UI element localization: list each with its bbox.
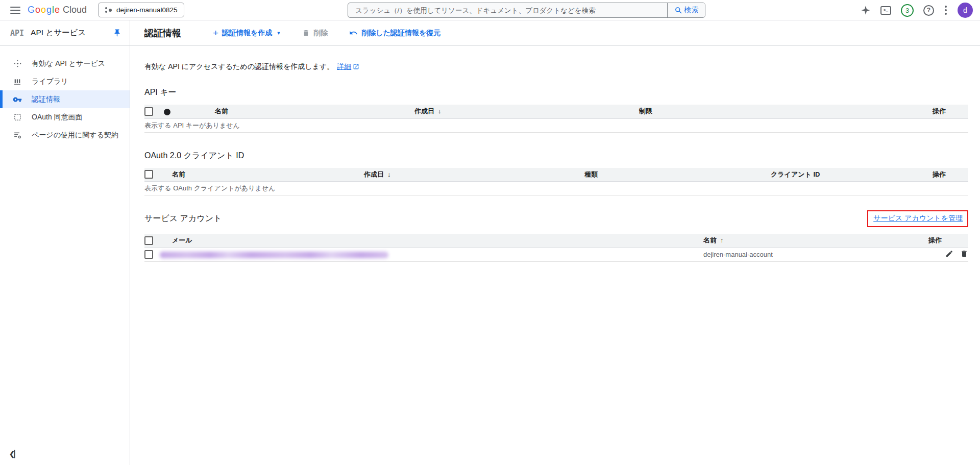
select-all-checkbox[interactable] [144,236,153,245]
sort-desc-icon: ↓ [387,170,391,178]
sidebar-item-oauth-consent[interactable]: OAuth 同意画面 [0,108,130,126]
edit-pencil-icon[interactable] [945,250,953,259]
column-header-actions: 操作 [933,105,968,118]
project-icon [105,7,112,13]
sidebar-header: API API とサービス [0,20,130,45]
project-name: dejiren-manual0825 [116,6,177,14]
logo-letter: G [28,5,35,15]
sidebar-item-enabled-apis[interactable]: 有効な API とサービス [0,55,130,72]
collapse-sidebar-icon[interactable]: ❮▏ [9,450,19,458]
main-menu-icon[interactable] [10,7,20,14]
api-keys-table: 名前 作成日↓ 制限 操作 表示する API キーがありません [144,105,968,133]
sidebar-item-library[interactable]: ライブラリ [0,72,130,90]
top-navigation-bar: Google Cloud dejiren-manual0825 検索 >_ 3 … [0,0,980,20]
column-header-created[interactable]: 作成日↓ [414,105,639,118]
api-keys-section-title: API キー [144,87,968,98]
sidebar-item-label: OAuth 同意画面 [32,113,83,122]
credentials-page-content: 有効な API にアクセスするための認証情報を作成します。詳細 API キー 名… [130,46,980,465]
delete-trash-icon[interactable] [960,250,968,259]
column-header-restrictions[interactable]: 制限 [639,105,933,118]
oauth-section-title: OAuth 2.0 クライアント ID [144,151,968,161]
sidebar-item-label: ライブラリ [32,77,68,86]
sidebar-item-label: 認証情報 [32,95,60,104]
restore-credentials-button[interactable]: 削除した認証情報を復元 [349,29,440,38]
logo-letter: o [35,5,40,15]
agreements-icon [13,131,22,140]
dashboard-icon [13,59,22,68]
column-header-email[interactable]: メール [172,234,703,248]
library-icon [13,77,22,86]
sidebar-item-label: 有効な API とサービス [32,59,105,68]
oauth-clients-table: 名前 作成日↓ 種類 クライアント ID 操作 表示する OAuth クライアン… [144,168,968,196]
column-header-actions: 操作 [933,168,968,182]
service-accounts-section-title: サービス アカウント [144,213,222,224]
logo-letter: l [52,5,54,15]
sort-asc-icon: ↑ [720,236,724,244]
api-keys-empty-text: 表示する API キーがありません [144,118,968,132]
account-avatar[interactable]: d [958,3,973,18]
sidebar-item-label: ページの使用に関する契約 [32,131,118,140]
select-all-checkbox[interactable] [144,107,153,116]
gemini-sparkle-icon[interactable] [861,5,871,15]
google-cloud-console: Google Cloud dejiren-manual0825 検索 >_ 3 … [0,0,980,465]
annotation-red-box: サービス アカウントを管理 [867,210,968,227]
project-selector[interactable]: dejiren-manual0825 [98,3,184,17]
oauth-empty-text: 表示する OAuth クライアントがありません [144,182,968,195]
status-dot-icon [164,109,170,115]
sort-desc-icon: ↓ [438,107,442,115]
service-accounts-header-row: サービス アカウント サービス アカウントを管理 [144,210,968,227]
notifications-badge[interactable]: 3 [901,4,914,17]
search-button[interactable]: 検索 [667,3,705,17]
chevron-down-icon: ▼ [276,31,281,36]
logo-letter: g [46,5,52,15]
column-header-created[interactable]: 作成日↓ [364,168,584,182]
search-icon [674,6,683,15]
select-all-checkbox[interactable] [144,170,153,179]
api-services-logo: API [10,29,24,38]
topbar-actions: >_ 3 ? d [861,0,973,20]
manage-service-accounts-link[interactable]: サービス アカウントを管理 [873,214,963,222]
sidebar-item-page-usage-agreements[interactable]: ページの使用に関する契約 [0,126,130,144]
column-header-client-id[interactable]: クライアント ID [771,168,933,182]
logo-letter: e [55,5,60,15]
create-credentials-button[interactable]: + 認証情報を作成 ▼ [213,28,281,38]
cloud-shell-icon[interactable]: >_ [880,6,891,15]
empty-row: 表示する OAuth クライアントがありません [144,182,968,195]
search-button-label: 検索 [684,6,699,15]
sidebar-item-credentials[interactable]: 認証情報 [0,90,130,108]
external-link-icon [353,63,359,71]
service-accounts-table: メール 名前↑ 操作 dejiren-manuai-account [144,234,968,262]
details-link[interactable]: 詳細 [337,62,351,70]
trash-icon [302,29,310,37]
sidebar-navigation: 有効な API とサービス ライブラリ 認証情報 OAuth 同意画面 ページの… [0,46,130,465]
service-account-email-redacted[interactable] [160,252,388,258]
pin-icon[interactable] [113,29,121,37]
logo-letter: o [41,5,46,15]
sidebar-title: API とサービス [31,28,113,38]
search-input[interactable] [348,3,667,17]
column-header-type[interactable]: 種類 [584,168,771,182]
page-description: 有効な API にアクセスするための認証情報を作成します。詳細 [144,62,968,71]
column-header-name[interactable]: 名前 [215,105,414,118]
service-account-name: dejiren-manuai-account [703,248,928,261]
column-header-actions: 操作 [928,234,968,248]
column-header-name[interactable]: 名前↑ [703,234,928,248]
key-icon [13,95,22,104]
header-band: API API とサービス 認証情報 + 認証情報を作成 ▼ 削除 削除した認証… [0,20,980,46]
undo-icon [349,29,358,37]
page-title: 認証情報 [144,27,181,39]
plus-icon: + [213,28,218,38]
row-checkbox[interactable] [144,250,153,259]
delete-button[interactable]: 削除 [302,29,328,38]
empty-row: 表示する API キーがありません [144,118,968,132]
global-search-bar: 検索 [348,3,705,18]
table-row: dejiren-manuai-account [144,248,968,261]
more-options-icon[interactable] [944,5,948,16]
help-icon[interactable]: ? [923,5,934,16]
logo-cloud-text: Cloud [63,5,87,15]
page-toolbar: 認証情報 + 認証情報を作成 ▼ 削除 削除した認証情報を復元 [130,20,980,45]
consent-screen-icon [13,113,22,122]
column-header-name[interactable]: 名前 [172,168,364,182]
google-cloud-logo[interactable]: Google Cloud [28,5,87,15]
